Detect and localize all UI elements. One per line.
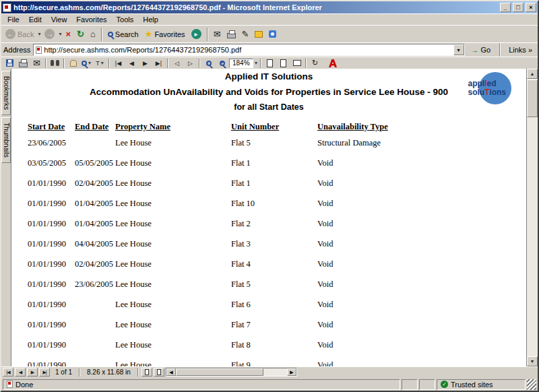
- window-title: http://secure.ashms.com/Reports/12764437…: [13, 3, 498, 11]
- discuss-button[interactable]: [252, 26, 265, 42]
- email-button[interactable]: ✉: [30, 58, 43, 69]
- home-button[interactable]: ⌂: [88, 26, 98, 42]
- nav-first-page-button[interactable]: |◀: [3, 368, 13, 377]
- report-table-body: 23/06/2005 Lee House Flat 5 Structural D…: [28, 138, 526, 366]
- back-button[interactable]: ← Back: [3, 26, 36, 42]
- menu-item[interactable]: Edit: [24, 15, 46, 24]
- toolbar-separator: [79, 368, 80, 377]
- next-view-button[interactable]: ▷: [184, 58, 197, 69]
- menu-item[interactable]: View: [46, 15, 72, 24]
- stop-button[interactable]: ×: [63, 26, 74, 42]
- links-button[interactable]: Links »: [505, 46, 536, 54]
- nav-last-page-button[interactable]: ▶|: [39, 368, 50, 377]
- scroll-down-button[interactable]: ▼: [527, 356, 538, 366]
- next-page-button[interactable]: ▶: [139, 58, 152, 69]
- cell-property-name: Lee House: [115, 138, 231, 148]
- nav-previous-page-button[interactable]: ◀: [15, 368, 26, 377]
- hand-tool-button[interactable]: [67, 58, 80, 69]
- cell-property-name: Lee House: [115, 178, 231, 189]
- report-table: Start Date End Date Property Name Unit N…: [11, 122, 526, 366]
- last-page-button[interactable]: ▶|: [152, 58, 165, 69]
- vertical-scroll-thumb[interactable]: [527, 79, 538, 117]
- zoom-in-button[interactable]: +: [216, 58, 228, 69]
- media-button[interactable]: ▸: [189, 26, 204, 42]
- print-button[interactable]: [224, 26, 239, 42]
- acrobat-toolbar: ✉ ▾ T▾ |◀ ◀ ▶ ▶| ◁ ▷ - + 184% ▾ ↻: [1, 57, 538, 69]
- address-combo[interactable]: ▾: [33, 44, 464, 56]
- go-button[interactable]: → Go: [468, 44, 495, 56]
- status-bar: Done ✓ Trusted sites: [1, 377, 538, 391]
- stop-icon: ×: [66, 29, 71, 39]
- forward-button[interactable]: →: [42, 26, 57, 42]
- thumbnails-tab[interactable]: Thumbnails: [1, 117, 11, 163]
- horizontal-scroll-thumb[interactable]: [176, 368, 263, 376]
- search-button[interactable]: Search: [105, 26, 141, 42]
- vertical-scroll-track[interactable]: [527, 118, 538, 356]
- previous-view-button[interactable]: ◁: [170, 58, 183, 69]
- nav-next-page-button[interactable]: ▶: [27, 368, 38, 377]
- mail-button[interactable]: ✉: [211, 26, 224, 42]
- minimize-button[interactable]: _: [500, 3, 511, 12]
- actual-size-button[interactable]: [263, 58, 276, 69]
- forward-dropdown-icon[interactable]: ▾: [58, 31, 62, 37]
- edit-button[interactable]: ✎: [239, 26, 252, 42]
- print-icon: [227, 33, 236, 38]
- toolbar-separator: [101, 28, 102, 41]
- forward-icon: →: [44, 29, 55, 39]
- back-dropdown-icon[interactable]: ▾: [37, 31, 41, 37]
- vertical-scrollbar[interactable]: ▲ ▼: [527, 69, 538, 366]
- cell-start-date: 03/05/2005: [28, 158, 75, 168]
- email-icon: ✉: [33, 58, 40, 68]
- horizontal-scrollbar[interactable]: ◀ ▶: [166, 368, 297, 377]
- address-input[interactable]: [44, 45, 451, 55]
- maximize-button[interactable]: □: [513, 3, 524, 12]
- cell-start-date: 01/01/1990: [28, 320, 75, 330]
- save-button[interactable]: [3, 58, 16, 69]
- menu-item[interactable]: Favorites: [71, 15, 111, 24]
- zoom-level-combo[interactable]: 184%: [229, 59, 253, 68]
- fit-page-icon: [280, 59, 286, 67]
- first-page-button[interactable]: |◀: [112, 58, 125, 69]
- fit-page-button[interactable]: [277, 58, 290, 69]
- title-bar[interactable]: http://secure.ashms.com/Reports/12764437…: [1, 1, 538, 13]
- address-dropdown-button[interactable]: ▾: [453, 44, 464, 55]
- single-page-layout-button[interactable]: [141, 368, 152, 377]
- resize-grip[interactable]: [527, 379, 536, 390]
- zoom-tool-button[interactable]: ▾: [80, 58, 93, 69]
- rotate-view-button[interactable]: ↻: [309, 58, 321, 69]
- menu-item[interactable]: Help: [138, 15, 163, 24]
- home-icon: ⌂: [90, 29, 96, 39]
- zoom-out-button[interactable]: -: [202, 58, 215, 69]
- text-select-icon: T: [96, 60, 100, 67]
- favorites-button[interactable]: ★ Favorites: [142, 26, 188, 42]
- close-button[interactable]: ×: [526, 3, 536, 12]
- bookmarks-tab[interactable]: Bookmarks: [1, 71, 11, 115]
- cell-unavailability-type: Void: [317, 320, 526, 330]
- horizontal-scroll-track[interactable]: [263, 368, 287, 376]
- scroll-up-button[interactable]: ▲: [527, 69, 538, 79]
- acrobat-print-button[interactable]: [17, 58, 30, 69]
- scroll-left-button[interactable]: ◀: [166, 368, 176, 376]
- fit-width-button[interactable]: [290, 58, 303, 69]
- cell-unit-number: Flat 8: [231, 340, 317, 350]
- security-zone-pane: ✓ Trusted sites: [437, 379, 526, 390]
- zoom-dropdown-icon[interactable]: ▾: [254, 60, 258, 66]
- cell-unit-number: Flat 10: [231, 199, 317, 209]
- menu-item[interactable]: Tools: [112, 15, 139, 24]
- menu-item[interactable]: File: [3, 15, 24, 24]
- pdf-page-area[interactable]: Applied IT Solutions Accommodation UnAva…: [11, 69, 527, 366]
- search-icon: [108, 32, 113, 37]
- cell-property-name: Lee House: [115, 320, 231, 330]
- continuous-page-icon: [157, 369, 161, 375]
- scroll-right-button[interactable]: ▶: [287, 368, 296, 376]
- continuous-layout-button[interactable]: [154, 368, 164, 377]
- text-select-button[interactable]: T▾: [94, 58, 106, 69]
- navigation-tabstrip: Bookmarks Thumbnails: [1, 69, 11, 366]
- links-chevron-icon: »: [528, 46, 532, 54]
- find-button[interactable]: [49, 58, 61, 69]
- messenger-button[interactable]: [266, 26, 279, 42]
- previous-page-button[interactable]: ◀: [125, 58, 138, 69]
- refresh-button[interactable]: ↻: [74, 26, 87, 42]
- toolbar-separator: [207, 28, 208, 41]
- cell-unavailability-type: Void: [317, 219, 526, 229]
